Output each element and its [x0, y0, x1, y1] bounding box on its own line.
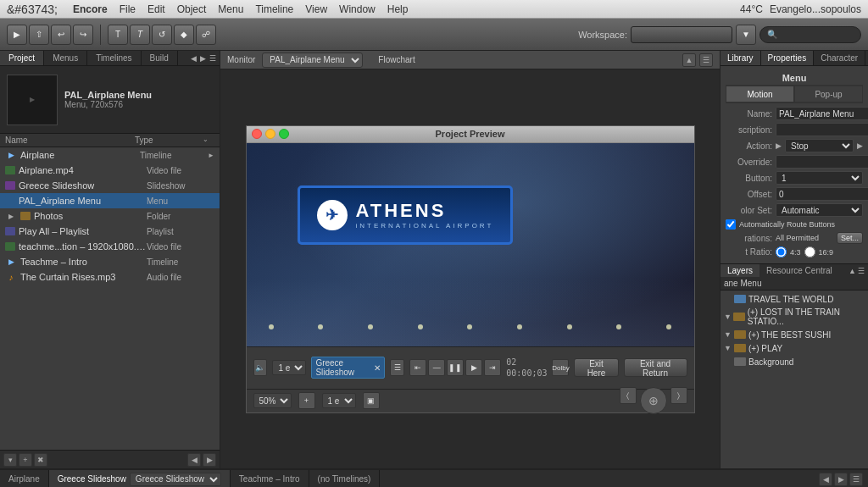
menu-window[interactable]: Window — [339, 3, 376, 15]
tl-tab-teachme[interactable]: Teachme – Intro — [231, 470, 309, 488]
ctrl-extra[interactable]: ☰ — [390, 359, 404, 376]
override-field[interactable] — [776, 155, 868, 169]
menu-object[interactable]: Object — [177, 3, 207, 15]
tool-text2[interactable]: T — [130, 25, 150, 45]
ctrl-joystick[interactable]: ⊕ — [640, 387, 667, 414]
file-item-greece[interactable]: Greece Slideshow Slideshow — [0, 178, 220, 193]
tl-btn-collapse[interactable]: ◀ — [819, 473, 832, 486]
tab-resource-central[interactable]: Resource Central — [760, 264, 839, 277]
autoroute-checkbox[interactable] — [726, 219, 736, 230]
tool-redo[interactable]: ↪ — [73, 25, 93, 45]
tool-text[interactable]: T — [108, 25, 128, 45]
tab-project[interactable]: Project — [0, 51, 44, 65]
panel-btn-delete[interactable]: ✖ — [34, 453, 47, 467]
menu-menu[interactable]: Menu — [218, 3, 243, 15]
monitor-dropdown[interactable]: PAL_Airplane Menu — [262, 53, 363, 68]
file-item-teachme-intro[interactable]: ▶ Teachme – Intro Timeline — [0, 254, 220, 269]
zoom-dropdown[interactable]: 50% — [253, 393, 292, 408]
ctrl-pause[interactable]: ❚❚ — [447, 359, 464, 376]
ctrl-move-left[interactable]: 〈 — [620, 387, 637, 404]
tl-tab-greece[interactable]: Greece Slideshow Greece Slideshow — [49, 470, 231, 488]
tl-tab-dropdown[interactable]: Greece Slideshow — [130, 473, 221, 486]
menu-timeline[interactable]: Timeline — [255, 3, 293, 15]
file-item-photos[interactable]: ▶ Photos Folder — [0, 208, 220, 224]
exit-return-button[interactable]: Exit and Return — [624, 358, 687, 377]
layer-background[interactable]: Background — [721, 355, 868, 368]
menu-file[interactable]: File — [120, 3, 136, 15]
tool-move[interactable]: ⇧ — [29, 25, 49, 45]
panel-collapse[interactable]: ◀ — [191, 54, 197, 63]
layer-sushi[interactable]: ▼ (+) THE BEST SUSHI — [721, 328, 868, 341]
action-arrow[interactable]: ▶ — [857, 141, 863, 150]
layers-btn-expand[interactable]: ▲ — [849, 267, 856, 275]
ctrl-move-right[interactable]: 〉 — [670, 387, 687, 404]
file-item-playlist[interactable]: Play All – Playlist Playlist — [0, 224, 220, 239]
file-item-teachme-mov[interactable]: teachme...tion – 1920x1080.mov Video fil… — [0, 239, 220, 254]
tab-properties[interactable]: Properties — [761, 51, 815, 65]
ctrl-next-chapter[interactable]: ⇥ — [484, 359, 501, 376]
exit-here-button[interactable]: Exit Here — [574, 358, 618, 377]
ctrl-sound[interactable]: 🔈 — [253, 359, 268, 376]
menu-view[interactable]: View — [305, 3, 327, 15]
workspace-arrow[interactable]: ▼ — [736, 25, 756, 45]
tool-select[interactable]: ▶ — [7, 25, 27, 45]
desc-field[interactable] — [776, 123, 868, 136]
col-header-name[interactable]: Name — [5, 136, 135, 145]
layers-btn-menu[interactable]: ☰ — [858, 267, 865, 275]
tab-character[interactable]: Character — [814, 51, 865, 65]
layer-lost[interactable]: ▼ (+) LOST IN THE TRAIN STATIO... — [721, 306, 868, 328]
colorset-dropdown[interactable]: Automatic — [776, 203, 863, 217]
ratio-4-3[interactable] — [776, 246, 787, 257]
layer-play[interactable]: ▼ (+) PLAY — [721, 341, 868, 355]
search-input[interactable] — [760, 26, 861, 43]
tool-extra[interactable]: ◆ — [174, 25, 194, 45]
tab-library[interactable]: Library — [721, 51, 761, 65]
ctrl-zoom-in[interactable]: + — [298, 392, 315, 409]
panel-btn-next[interactable]: ▶ — [203, 453, 216, 467]
tl-tab-no-timelines[interactable]: (no Timelines) — [309, 470, 381, 488]
panel-btn-prev[interactable]: ◀ — [187, 453, 201, 467]
layer-travel[interactable]: TRAVEL THE WORLD — [721, 292, 868, 306]
monitor-btn-expand[interactable]: ▲ — [682, 53, 696, 67]
tab-build[interactable]: Build — [142, 51, 178, 65]
preview-zoom[interactable] — [279, 129, 289, 139]
col-header-type[interactable]: Type — [135, 136, 203, 145]
tab-motion[interactable]: Motion — [726, 86, 794, 102]
preview-close[interactable] — [252, 129, 262, 139]
file-item-airplane-mp4[interactable]: Airplane.mp4 Video file — [0, 163, 220, 178]
tool-link[interactable]: ☍ — [196, 25, 216, 45]
tool-ref[interactable]: ↺ — [152, 25, 172, 45]
ratio-16-9[interactable] — [804, 246, 815, 257]
button-dropdown[interactable]: 1 — [776, 171, 863, 185]
ctrl-lang1[interactable]: 1 en — [272, 360, 306, 375]
menu-help[interactable]: Help — [387, 3, 409, 15]
ctrl-safe-area[interactable]: ▣ — [363, 392, 380, 409]
tab-popup[interactable]: Pop-up — [794, 86, 863, 102]
offset-field[interactable] — [776, 187, 868, 201]
workspace-input[interactable] — [631, 26, 732, 43]
app-name[interactable]: Encore — [73, 3, 108, 15]
badge-close[interactable]: ✕ — [374, 363, 381, 373]
tab-menus[interactable]: Menus — [44, 51, 87, 65]
ctrl-play[interactable]: ▶ — [465, 359, 482, 376]
ctrl-lang2[interactable]: 1 en — [322, 393, 356, 408]
tab-timelines[interactable]: Timelines — [87, 51, 141, 65]
tab-layers[interactable]: Layers — [721, 264, 760, 277]
file-item-airplane[interactable]: ▶ Airplane Timeline ► — [0, 147, 220, 163]
panel-expand[interactable]: ▶ — [200, 54, 206, 63]
name-field[interactable] — [776, 107, 868, 120]
preview-minimize[interactable] — [265, 129, 275, 139]
ctrl-audio[interactable]: Dolby — [552, 359, 569, 376]
panel-btn-filter[interactable]: ▾ — [3, 453, 17, 467]
tl-tab-airplane[interactable]: Airplane — [0, 470, 49, 488]
ctrl-prev-chapter[interactable]: ⇤ — [409, 359, 426, 376]
panel-menu[interactable]: ☰ — [209, 54, 216, 63]
file-item-pal-menu[interactable]: PAL_Airplane Menu Menu — [0, 193, 220, 208]
tl-btn-menu[interactable]: ☰ — [849, 473, 863, 486]
menu-edit[interactable]: Edit — [147, 3, 165, 15]
set-button[interactable]: Set... — [837, 232, 863, 244]
tool-undo[interactable]: ↩ — [51, 25, 71, 45]
monitor-btn-menu[interactable]: ☰ — [699, 53, 713, 67]
ctrl-step-back[interactable]: — — [428, 359, 445, 376]
action-dropdown[interactable]: Stop — [785, 139, 854, 152]
